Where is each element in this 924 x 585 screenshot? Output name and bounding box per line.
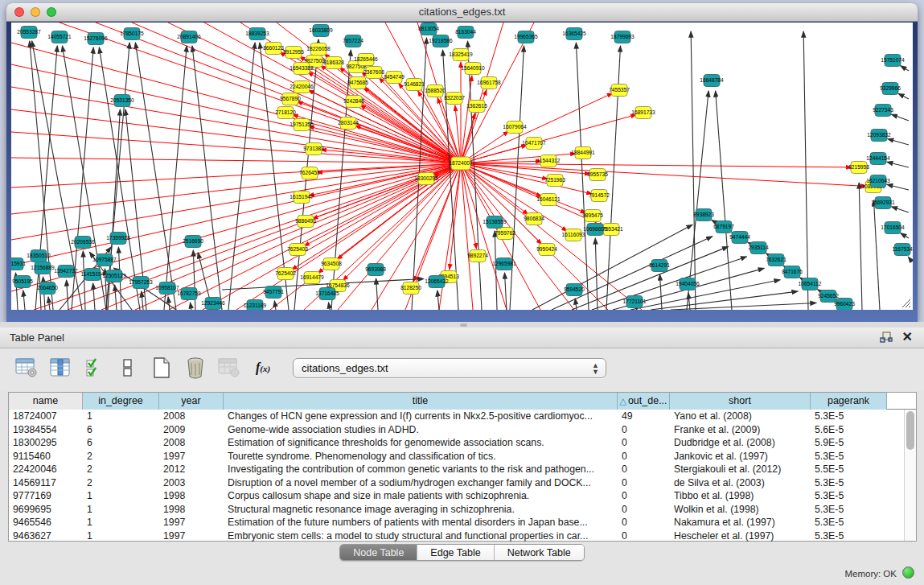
table-row[interactable]: 911546021997Tourette syndrome. Phenomeno… — [9, 450, 916, 463]
table-cell[interactable]: Disruption of a novel member of a sodium… — [224, 476, 618, 490]
graph-node[interactable]: 9474444 — [729, 232, 750, 244]
graph-node[interactable]: 9886493 — [295, 216, 316, 228]
table-cell[interactable]: Changes of HCN gene expression and I(f) … — [224, 410, 618, 423]
table-cell[interactable]: 0 — [618, 476, 670, 490]
table-cell[interactable]: 5.5E-5 — [811, 463, 887, 476]
table-cell[interactable]: 22420046 — [9, 463, 83, 476]
table-cell[interactable]: Nakamura et al. (1997) — [670, 516, 811, 529]
graph-node[interactable]: 15751074 — [881, 55, 905, 67]
table-cell[interactable]: Estimation of the future numbers of pati… — [224, 516, 618, 529]
graph-node[interactable]: 8660123 — [263, 43, 284, 55]
graph-node[interactable]: 18350510 — [27, 250, 51, 262]
table-cell[interactable]: Structural magnetic resonance image aver… — [224, 503, 618, 517]
graph-node[interactable]: 19218586 — [429, 35, 453, 47]
table-cell[interactable]: 9699695 — [9, 503, 83, 517]
graph-node[interactable]: 19751355 — [290, 119, 314, 131]
graph-node[interactable]: 16116093 — [562, 229, 585, 241]
graph-node[interactable]: 8912955 — [283, 47, 304, 59]
table-cell[interactable]: 6 — [83, 423, 159, 437]
table-cell[interactable]: Genome-wide association studies in ADHD. — [224, 423, 618, 437]
graph-node[interactable]: 2367608 — [363, 67, 384, 79]
table-cell[interactable]: 1997 — [159, 529, 224, 543]
table-cell[interactable]: 0 — [618, 436, 670, 450]
table-cell[interactable]: Franke et al. (2009) — [670, 423, 811, 437]
table-cell[interactable]: 0 — [618, 529, 670, 543]
table-cell[interactable]: 1997 — [159, 450, 224, 463]
graph-node[interactable]: 11544312 — [537, 155, 561, 167]
graph-node[interactable]: 20553287 — [17, 27, 41, 39]
graph-node[interactable]: 7632621 — [766, 254, 786, 266]
graph-node[interactable]: 9146821 — [404, 79, 425, 91]
graph-node[interactable]: 20531350 — [110, 95, 134, 107]
column-header-year[interactable]: year — [159, 393, 224, 410]
window-titlebar[interactable]: citations_edges.txt — [6, 3, 918, 22]
graph-node[interactable]: 10654112 — [799, 278, 822, 290]
table-row[interactable]: 977716911998Corpus callosum shape and si… — [9, 489, 916, 503]
column-header-in_degree[interactable]: in_degree — [83, 393, 159, 410]
table-cell[interactable]: Investigating the contribution of common… — [224, 463, 618, 476]
graph-node[interactable]: 20206536 — [71, 237, 95, 249]
table-cell[interactable]: 18300295 — [9, 436, 83, 450]
graph-node[interactable]: 16961758 — [477, 77, 501, 89]
table-row[interactable]: 1456911722003Disruption of a novel membe… — [9, 476, 916, 490]
graph-node[interactable]: 9242848 — [343, 96, 364, 108]
select-all-icon[interactable] — [82, 355, 106, 381]
graph-node[interactable]: 12444154 — [866, 153, 890, 165]
graph-node[interactable]: 17957253 — [129, 277, 153, 289]
table-cell[interactable]: 2009 — [159, 423, 224, 437]
graph-node[interactable]: 18839253 — [245, 28, 269, 40]
graph-node[interactable]: 9806834 — [524, 213, 544, 225]
canvas-resize-handle[interactable] — [900, 297, 911, 308]
delete-trash-icon[interactable] — [183, 355, 207, 381]
table-row[interactable]: 1872400712008Changes of HCN gene express… — [9, 410, 916, 423]
table-cell[interactable]: Jankovic et al. (1997) — [670, 450, 811, 463]
graph-node[interactable]: 8938923 — [693, 209, 714, 221]
table-cell[interactable]: 19384554 — [9, 423, 83, 437]
close-panel-icon[interactable]: ✕ — [902, 331, 913, 344]
graph-node[interactable]: 18724007 — [449, 157, 473, 170]
column-header-name[interactable]: name — [9, 393, 83, 410]
table-cell[interactable]: Dudbridge et al. (2008) — [670, 436, 811, 450]
panel-splitter[interactable] — [0, 322, 924, 328]
table-cell[interactable]: 1 — [83, 489, 159, 503]
graph-node[interactable]: 8813054 — [418, 23, 439, 35]
graph-node[interactable]: 7625402 — [275, 268, 296, 280]
table-vertical-scrollbar[interactable] — [904, 410, 916, 541]
table-cell[interactable]: 1 — [83, 410, 159, 423]
graph-node[interactable]: 17721101 — [623, 296, 647, 308]
graph-node[interactable]: 12156889 — [31, 262, 55, 274]
graph-node[interactable]: 7626451 — [299, 167, 320, 179]
table-cell[interactable]: 0 — [618, 463, 670, 476]
graph-node[interactable]: 19965365 — [514, 31, 538, 43]
graph-node[interactable]: 6879197 — [713, 221, 734, 233]
graph-node[interactable]: 1362615 — [466, 101, 487, 113]
graph-node[interactable]: 14055721 — [47, 31, 72, 43]
table-cell[interactable]: Tourette syndrome. Phenomenology and cla… — [224, 450, 618, 463]
graph-node[interactable]: 16151947 — [290, 192, 314, 204]
graph-node[interactable]: 9892274 — [467, 250, 488, 262]
scrollbar-thumb[interactable] — [906, 411, 914, 450]
table-cell[interactable]: 18724007 — [9, 410, 83, 423]
graph-node[interactable]: 2718120 — [275, 107, 296, 119]
table-cell[interactable]: 1998 — [159, 503, 224, 517]
float-window-icon[interactable] — [880, 332, 893, 344]
table-cell[interactable]: 5.9E-5 — [811, 436, 887, 450]
graph-node[interactable]: 18799693 — [610, 31, 634, 43]
graph-node[interactable]: 7959762 — [495, 228, 515, 240]
graph-node[interactable]: 12505123 — [102, 270, 126, 282]
graph-node[interactable]: 9567890 — [280, 93, 301, 105]
graph-node[interactable]: 8955735 — [587, 169, 608, 181]
table-cell[interactable]: 2 — [83, 463, 159, 476]
graph-node[interactable]: 8163044 — [455, 27, 476, 39]
graph-node[interactable]: 8471676 — [782, 266, 803, 278]
table-cell[interactable]: 9777169 — [9, 489, 83, 503]
graph-node[interactable]: 9245652 — [818, 290, 839, 303]
table-cell[interactable]: Hescheler et al. (1997) — [670, 529, 811, 543]
table-cell[interactable]: 2003 — [159, 476, 224, 490]
graph-node[interactable]: 7857224 — [343, 35, 363, 47]
table-cell[interactable]: 14569117 — [9, 476, 83, 490]
table-cell[interactable]: Stergiakouli et al. (2012) — [670, 463, 811, 476]
table-cell[interactable]: 2008 — [159, 436, 224, 450]
graph-node[interactable]: 9505195 — [12, 276, 33, 288]
graph-node[interactable]: 9693988 — [365, 264, 386, 276]
